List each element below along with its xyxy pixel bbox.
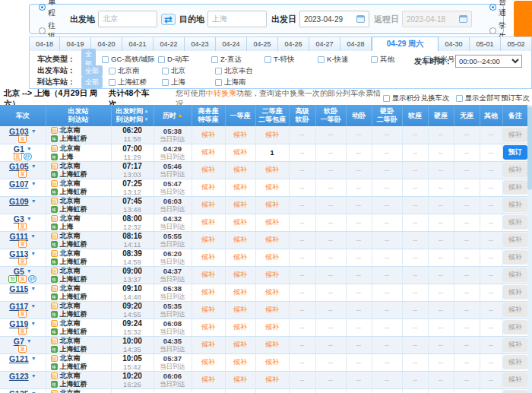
expand-stops-icon[interactable]: ▼ — [31, 390, 36, 393]
seat-cell[interactable]: 候补 — [192, 161, 225, 179]
date-tab[interactable]: 04-22 — [154, 36, 185, 52]
all-bookable-checkbox[interactable]: 显示全部可预订车次 — [456, 93, 530, 103]
seat-availability[interactable]: 候补 — [201, 166, 215, 173]
train-number-link[interactable]: G109 — [9, 198, 29, 205]
train-number-link[interactable]: G111 — [10, 233, 29, 240]
train-number-link[interactable]: G117 — [9, 303, 28, 310]
train-number-link[interactable]: G113 — [9, 250, 28, 258]
seat-availability[interactable]: 候补 — [201, 131, 215, 138]
date-tab[interactable]: 04-27 — [309, 36, 340, 52]
column-header[interactable]: 硬卧二等卧 — [372, 105, 402, 126]
expand-stops-icon[interactable]: ▼ — [30, 285, 36, 293]
filter-checkbox[interactable]: 上海 — [162, 78, 212, 87]
expand-stops-icon[interactable]: ▼ — [31, 128, 36, 135]
seat-cell[interactable]: 候补 — [192, 319, 225, 336]
filter-checkbox[interactable]: GC-高铁/城际 — [102, 55, 155, 65]
seat-cell[interactable]: 候补 — [255, 336, 289, 353]
seat-cell[interactable]: 候补 — [255, 266, 289, 284]
date-tab[interactable]: 04-21 — [122, 36, 154, 52]
seat-cell[interactable]: 候补 — [255, 179, 289, 196]
column-header[interactable]: 商务座特等座 — [192, 105, 225, 126]
seat-availability[interactable]: 候补 — [233, 218, 247, 226]
expand-stops-icon[interactable]: ▼ — [30, 303, 36, 310]
seat-cell[interactable]: 候补 — [225, 214, 255, 231]
train-number-link[interactable]: G121 — [9, 355, 29, 363]
column-header[interactable]: 出发时间▲到达时间▼ — [111, 105, 154, 126]
from-input[interactable]: 北京 — [98, 11, 157, 27]
depart-date-input[interactable]: 2023-04-29 — [299, 11, 369, 27]
filter-all-badge[interactable]: 全部 — [81, 77, 103, 88]
seat-cell[interactable]: 候补 — [192, 179, 225, 196]
seat-availability[interactable]: 候补 — [233, 253, 247, 261]
seat-cell[interactable]: 候补 — [192, 336, 225, 353]
seat-availability[interactable]: 候补 — [233, 288, 247, 296]
waitlist-button[interactable]: 候补 — [503, 355, 527, 369]
depart-time-select[interactable]: 00:00--24:00 — [455, 55, 522, 68]
train-number-link[interactable]: G103 — [9, 128, 29, 135]
column-header[interactable]: 软卧一等卧 — [315, 105, 346, 126]
seat-cell[interactable]: 候补 — [225, 249, 255, 266]
seat-availability[interactable]: 候补 — [265, 236, 279, 243]
expand-stops-icon[interactable]: ▼ — [31, 180, 36, 188]
waitlist-button[interactable]: 候补 — [503, 215, 527, 230]
seat-availability[interactable]: 候补 — [201, 183, 215, 191]
seat-cell[interactable]: 候补 — [225, 179, 255, 196]
seat-cell[interactable]: 候补 — [255, 319, 289, 336]
seat-cell[interactable]: 1 — [255, 144, 289, 161]
seat-availability[interactable]: 候补 — [201, 236, 215, 243]
transfer-link[interactable]: 中转换乘 — [206, 89, 236, 97]
column-header[interactable]: 备注 — [502, 105, 527, 126]
expand-stops-icon[interactable]: ▼ — [27, 215, 32, 223]
seat-availability[interactable]: 候补 — [265, 253, 279, 261]
expand-stops-icon[interactable]: ▼ — [30, 320, 36, 328]
date-tab[interactable]: 04-18 — [29, 36, 60, 52]
train-number-link[interactable]: G5 — [14, 268, 24, 275]
seat-cell[interactable]: 候补 — [225, 388, 255, 393]
seat-cell[interactable]: 候补 — [192, 144, 225, 161]
filter-checkbox[interactable]: 北京丰台 — [215, 66, 265, 76]
seat-cell[interactable]: 候补 — [192, 371, 225, 388]
expand-stops-icon[interactable]: ▼ — [31, 372, 36, 380]
filter-checkbox[interactable]: 北京南 — [109, 66, 159, 76]
expand-stops-icon[interactable]: ▼ — [27, 338, 32, 345]
seat-availability[interactable]: 候补 — [233, 358, 247, 366]
column-header[interactable]: 其他 — [480, 105, 502, 126]
seat-availability[interactable]: 候补 — [201, 358, 215, 366]
seat-cell[interactable]: 候补 — [192, 266, 225, 284]
seat-cell[interactable]: 候补 — [192, 284, 225, 301]
column-header[interactable]: 历时▲ — [154, 105, 192, 126]
seat-availability[interactable]: 候补 — [201, 376, 215, 383]
waitlist-button[interactable]: 候补 — [503, 338, 527, 352]
waitlist-button[interactable]: 候补 — [503, 128, 527, 142]
radio-adult[interactable]: 普通 — [489, 0, 506, 18]
seat-availability[interactable]: 候补 — [233, 166, 247, 173]
seat-availability[interactable]: 候补 — [265, 271, 279, 278]
date-tab[interactable]: 05-02 — [501, 36, 532, 52]
seat-availability[interactable]: 1 — [270, 149, 274, 157]
filter-checkbox[interactable]: D-动车 — [158, 55, 208, 65]
seat-availability[interactable]: 候补 — [233, 148, 247, 156]
waitlist-button[interactable]: 候补 — [503, 390, 527, 393]
column-header[interactable]: 硬座 — [428, 105, 454, 126]
column-header[interactable]: 无座 — [454, 105, 480, 126]
sort-icon[interactable]: ▲ — [177, 113, 182, 118]
date-tab[interactable]: 04-20 — [91, 36, 122, 52]
train-number-link[interactable]: G105 — [9, 163, 29, 170]
seat-availability[interactable]: 候补 — [201, 253, 215, 261]
scrollbar-thumb[interactable] — [527, 106, 532, 190]
train-number-link[interactable]: G107 — [9, 180, 29, 188]
seat-availability[interactable]: 候补 — [233, 131, 247, 138]
seat-availability[interactable]: 候补 — [201, 341, 215, 348]
seat-cell[interactable]: 候补 — [255, 214, 289, 231]
seat-availability[interactable]: 候补 — [265, 288, 279, 296]
seat-availability[interactable]: 候补 — [233, 183, 247, 191]
seat-availability[interactable]: 候补 — [265, 166, 279, 173]
seat-cell[interactable]: 候补 — [255, 231, 289, 249]
seat-availability[interactable]: 候补 — [201, 323, 215, 331]
seat-cell[interactable]: 候补 — [192, 301, 225, 319]
seat-availability[interactable]: 候补 — [233, 376, 247, 383]
expand-stops-icon[interactable]: ▼ — [30, 250, 36, 258]
column-header[interactable]: 二等座二等包座 — [255, 105, 289, 126]
waitlist-button[interactable]: 候补 — [503, 372, 527, 387]
seat-availability[interactable]: 候补 — [265, 358, 279, 366]
